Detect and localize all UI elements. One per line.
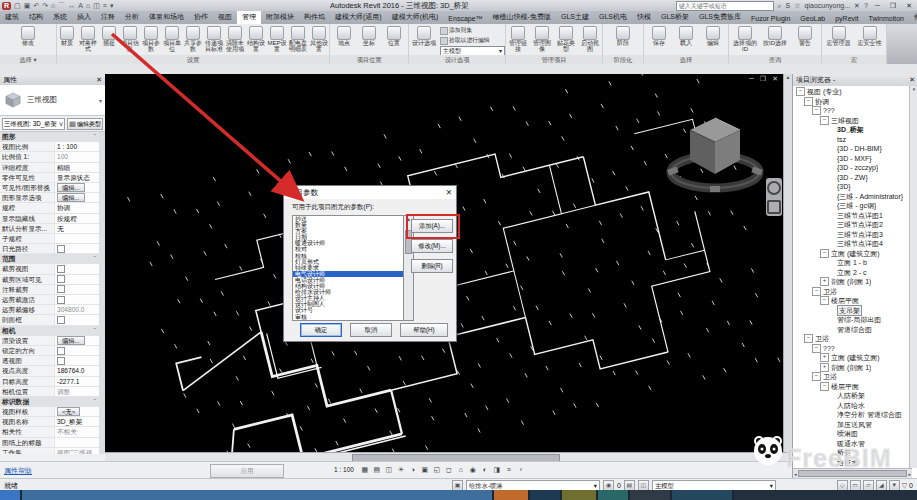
browser-vertical-scrollbar[interactable]: ▾	[909, 86, 917, 468]
save-icon[interactable]: ▣	[24, 2, 31, 10]
checkbox[interactable]	[57, 357, 65, 365]
help-button[interactable]: 帮助(H)	[400, 323, 448, 337]
viewcube[interactable]	[660, 100, 770, 210]
tab-GLS桥架[interactable]: GLS桥架	[656, 11, 694, 24]
view-scale-control[interactable]: 1 : 100	[330, 465, 358, 474]
revit-logo-icon[interactable]: R	[2, 2, 11, 10]
tree-row[interactable]: −???	[793, 344, 917, 354]
ribbon-button-坐标[interactable]: 坐标	[357, 25, 381, 53]
tree-row[interactable]: −协调	[793, 97, 917, 107]
properties-help-link[interactable]: 属性帮助	[4, 466, 32, 476]
tab-体量和场地[interactable]: 体量和场地	[144, 11, 189, 24]
cancel-button[interactable]: 取消	[350, 323, 392, 337]
collapse-icon[interactable]: −	[820, 116, 829, 125]
ribbon-button-宏安全性[interactable]: 宏安全性	[855, 25, 885, 53]
app-tile-6[interactable]	[672, 490, 732, 500]
tab-视图[interactable]: 视图	[213, 11, 237, 24]
dialog-close-icon[interactable]: ✕	[446, 188, 452, 197]
search-icon[interactable]: ⌕	[778, 2, 782, 10]
collapse-icon[interactable]: −	[796, 87, 805, 96]
canvas-vertical-scrollbar[interactable]: ▲	[783, 74, 792, 452]
expand-icon[interactable]: +	[820, 353, 829, 362]
zoom-icon[interactable]	[767, 200, 781, 214]
tree-row[interactable]: {3D - ZW}	[793, 173, 917, 183]
ribbon-button-共享参数[interactable]: 共享参数	[183, 25, 203, 53]
restore-button[interactable]: ❐	[887, 2, 899, 10]
scale-icon[interactable]: ▦	[360, 464, 370, 475]
account-menu[interactable]: qiaocunyong...	[805, 2, 851, 9]
tree-row[interactable]: tsz	[793, 135, 917, 145]
collapse-icon[interactable]: −	[812, 372, 821, 381]
edit-button[interactable]: 编辑...	[57, 183, 85, 192]
collapse-icon[interactable]: −	[820, 296, 829, 305]
tree-row[interactable]: +剖面 (剖面 1)	[793, 363, 917, 373]
sun-path-icon[interactable]: ☀	[396, 464, 406, 475]
edit-button[interactable]: 编辑...	[57, 193, 85, 202]
expand-icon[interactable]: +	[820, 363, 829, 372]
ribbon-button-添加到集[interactable]: 添加到集	[440, 26, 505, 35]
tab-系统[interactable]: 系统	[48, 11, 72, 24]
modify-button[interactable]: 修改(M)...	[411, 239, 453, 253]
aligned-dimension-icon[interactable]: ↔	[68, 2, 75, 10]
type-selector-dropdown[interactable]: 三维视图: 3D_桥架 ∨	[2, 118, 65, 130]
tree-row[interactable]: {3D - MXF}	[793, 154, 917, 164]
tree-row[interactable]: +立面 (建筑立面)	[793, 353, 917, 363]
undo-icon[interactable]: ↶	[33, 2, 39, 10]
app-tile-4[interactable]	[598, 490, 628, 500]
ribbon-button-材质[interactable]: 材质	[57, 25, 77, 53]
edit-type-button[interactable]: ▦ 编辑类型	[67, 118, 103, 130]
tree-row[interactable]: 三维节点详图2	[793, 220, 917, 230]
app-tile-3[interactable]	[562, 490, 596, 500]
crop-view-icon[interactable]: ◱	[432, 464, 442, 475]
browser-close-icon[interactable]: ✕	[909, 76, 915, 84]
collapse-icon[interactable]: −	[820, 382, 829, 391]
checkbox[interactable]	[57, 347, 65, 355]
ribbon-button-配电盘明细表样板[interactable]: 配电盘明细表样板	[288, 25, 308, 53]
ribbon-button-管理图像[interactable]: 管理图像	[531, 25, 554, 53]
help-icon[interactable]: ?	[864, 2, 868, 9]
app-tile-5[interactable]	[630, 490, 670, 500]
ribbon-button-保存[interactable]: 保存	[646, 25, 672, 53]
tab-Twinmotion[interactable]: Twinmotion	[864, 13, 909, 24]
tree-row[interactable]: 净空分析 管道综合图	[793, 410, 917, 420]
ribbon-button-按ID选择[interactable]: 按ID选择	[761, 25, 790, 53]
ribbon-button-宏管理器[interactable]: 宏管理器	[824, 25, 854, 53]
tree-row[interactable]: −楼层平面	[793, 382, 917, 392]
tree-row[interactable]: 三维节点详图1	[793, 211, 917, 221]
collapse-icon[interactable]: −	[812, 287, 821, 296]
checkbox[interactable]	[57, 245, 65, 253]
tab-插入[interactable]: 插入	[72, 11, 96, 24]
tree-row[interactable]: 三维节点详图4	[793, 239, 917, 249]
checkbox[interactable]	[57, 265, 65, 273]
checkbox[interactable]	[57, 316, 65, 324]
tab-Fuzor Plugin[interactable]: Fuzor Plugin	[746, 13, 795, 24]
ribbon-button-捕捉[interactable]: 捕捉	[99, 25, 119, 53]
collapse-icon[interactable]: ‹	[516, 464, 526, 475]
tab-结构[interactable]: 结构	[24, 11, 48, 24]
view-restore-icon[interactable]: ❐	[760, 75, 766, 83]
tree-row[interactable]: {3D}	[793, 182, 917, 192]
edit-button[interactable]: 编辑...	[57, 336, 85, 345]
tab-构件坞[interactable]: 构件坞	[299, 11, 330, 24]
tree-row[interactable]: {3D - zcczyp}	[793, 163, 917, 173]
exchange-apps-icon[interactable]: ✕	[854, 2, 860, 10]
app-tile-2[interactable]	[530, 490, 560, 500]
ribbon-button-位置[interactable]: 位置	[382, 25, 406, 53]
ribbon-button-编辑[interactable]: 编辑	[700, 25, 726, 53]
tray-area[interactable]	[734, 490, 917, 500]
ribbon-button-修改[interactable]: 修改	[2, 25, 54, 53]
ribbon-button-项目单位[interactable]: 项目单位	[162, 25, 182, 53]
ribbon-button-设计选项[interactable]: 设计选项	[409, 25, 439, 53]
close-button[interactable]: ✕	[903, 2, 915, 10]
ribbon-button-项目参数[interactable]: 项目参数	[141, 25, 161, 53]
property-group-范围[interactable]: 范围ˆ	[0, 254, 99, 264]
collapse-icon[interactable]: −	[820, 249, 829, 258]
ribbon-button-拾取以进行编辑[interactable]: 拾取以进行编辑	[440, 36, 505, 45]
apply-button[interactable]: 应用	[210, 464, 284, 478]
tab-GeoLab[interactable]: GeoLab	[795, 13, 830, 24]
ribbon-button-其他设置[interactable]: 其他设置	[309, 25, 329, 53]
ribbon-button-启动视图[interactable]: 启动视图	[579, 25, 602, 53]
temporary-view-icon[interactable]: ◨	[492, 464, 502, 475]
view-minimize-icon[interactable]: ─	[749, 75, 754, 83]
temporary-hide-icon[interactable]: ◉	[468, 464, 478, 475]
